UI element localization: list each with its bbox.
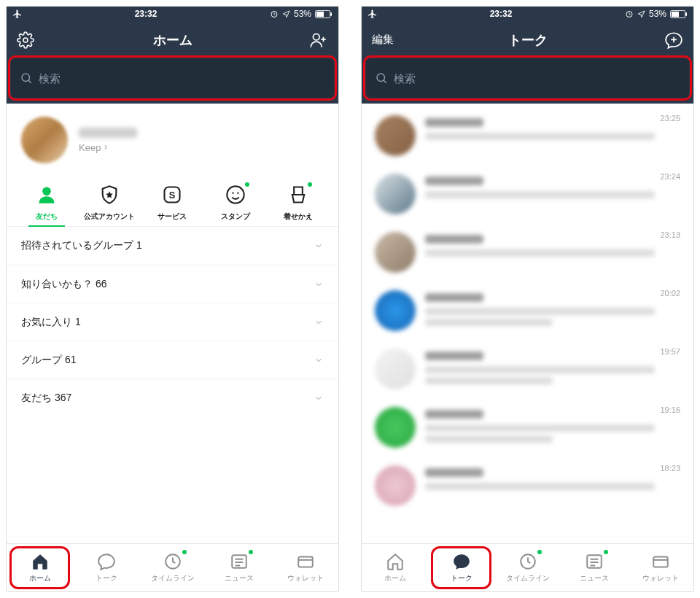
avatar <box>375 465 416 506</box>
talk-row[interactable]: 23:25 <box>362 106 693 165</box>
talk-row[interactable]: 23:13 <box>362 223 693 281</box>
status-bar: 23:32 53% <box>7 7 338 21</box>
profile-row[interactable]: Keep <box>7 104 338 176</box>
status-bar: 23:32 53% <box>362 7 693 21</box>
search-icon <box>375 71 388 85</box>
talk-title: トーク <box>508 31 548 49</box>
tab-home[interactable]: ホーム <box>7 544 73 591</box>
talk-body: 23:25 23:24 23:13 20:02 19:57 19:16 18:2… <box>362 104 693 543</box>
notification-dot <box>308 182 312 187</box>
tab-label: タイムライン <box>151 573 195 583</box>
talk-search-box[interactable] <box>366 58 689 98</box>
status-time: 23:32 <box>135 9 158 19</box>
home-icon <box>386 552 405 571</box>
talk-msg-blur <box>425 249 655 257</box>
tab-news[interactable]: ニュース <box>206 544 272 591</box>
tab-label: トーク <box>451 573 472 583</box>
tab-talk[interactable]: トーク <box>428 544 494 591</box>
talk-name-blur <box>425 352 483 360</box>
talk-row[interactable]: 20:02 <box>362 281 693 340</box>
tab-timeline[interactable]: タイムライン <box>139 544 206 591</box>
profile-name-blur <box>79 128 137 138</box>
avatar <box>375 232 416 273</box>
keep-link[interactable]: Keep <box>79 142 137 153</box>
home-search-box[interactable] <box>11 58 334 98</box>
cat-label: スタンプ <box>221 211 250 222</box>
add-friend-icon[interactable] <box>309 31 328 50</box>
talk-msg-blur <box>425 308 655 315</box>
avatar <box>375 174 416 214</box>
settings-icon[interactable] <box>17 31 34 49</box>
chat-icon <box>452 552 471 571</box>
home-search-input[interactable] <box>39 72 325 85</box>
tab-label: ホーム <box>29 573 51 583</box>
airplane-icon <box>12 9 22 19</box>
chevron-down-icon <box>314 393 324 403</box>
talk-msg-blur <box>425 319 553 326</box>
talk-row[interactable]: 19:16 <box>362 398 693 457</box>
talk-msg-blur <box>425 133 655 140</box>
location-icon <box>637 10 645 18</box>
cat-service[interactable]: S サービス <box>147 184 198 222</box>
talk-info <box>425 349 680 384</box>
talk-time: 20:02 <box>660 289 680 298</box>
notification-dot <box>537 550 542 554</box>
clock-icon <box>518 552 537 571</box>
status-time: 23:32 <box>490 9 513 19</box>
section-row[interactable]: 知り合いかも？ 66 <box>7 265 338 303</box>
talk-time: 23:25 <box>660 114 680 123</box>
cat-theme[interactable]: 着せかえ <box>273 184 324 222</box>
talk-info <box>425 465 680 490</box>
talk-name-blur <box>425 235 483 244</box>
section-row[interactable]: グループ 61 <box>7 341 338 378</box>
talk-name-blur <box>425 410 483 419</box>
home-title: ホーム <box>153 31 192 49</box>
notification-dot <box>604 550 608 554</box>
talk-msg-blur <box>425 435 553 443</box>
tab-label: タイムライン <box>506 573 550 583</box>
tab-label: ホーム <box>384 573 406 583</box>
edit-button[interactable]: 編集 <box>372 33 394 47</box>
talk-msg-blur <box>425 424 655 432</box>
section-row[interactable]: 招待されているグループ 1 <box>7 227 338 265</box>
svg-text:S: S <box>169 190 176 201</box>
cat-stamp[interactable]: スタンプ <box>210 184 261 222</box>
talk-search-input[interactable] <box>394 72 680 85</box>
new-chat-icon[interactable] <box>664 31 683 50</box>
talk-row[interactable]: 23:24 <box>362 165 693 223</box>
talk-row[interactable]: 19:57 <box>362 340 693 398</box>
section-row[interactable]: 友だち 367 <box>7 378 338 416</box>
wallet-icon <box>651 552 670 571</box>
cat-official[interactable]: 公式アカウント <box>84 184 135 222</box>
tab-home[interactable]: ホーム <box>362 544 428 591</box>
home-icon <box>31 552 50 571</box>
search-icon <box>20 71 33 85</box>
svg-point-20 <box>377 74 385 82</box>
cat-label: サービス <box>158 211 187 222</box>
tab-wallet[interactable]: ウォレット <box>272 544 338 591</box>
section-row[interactable]: お気に入り 1 <box>7 303 338 341</box>
cat-friends[interactable]: 友だち <box>21 184 72 222</box>
talk-search-wrap <box>362 58 693 104</box>
svg-point-6 <box>22 74 30 82</box>
tab-timeline[interactable]: タイムライン <box>494 544 561 591</box>
battery-icon <box>315 10 332 18</box>
wallet-icon <box>296 552 315 571</box>
tab-label: ニュース <box>580 573 609 583</box>
avatar <box>375 407 416 448</box>
svg-point-12 <box>237 193 238 194</box>
clock-icon <box>163 552 182 571</box>
talk-time: 23:13 <box>660 230 680 239</box>
airplane-icon <box>368 9 377 19</box>
location-icon <box>282 10 290 18</box>
battery-icon <box>670 10 688 18</box>
svg-rect-18 <box>672 11 679 16</box>
home-navbar: ホーム <box>7 21 338 58</box>
notification-dot <box>249 550 253 554</box>
tab-news[interactable]: ニュース <box>561 544 627 591</box>
talk-row[interactable]: 18:23 <box>362 457 693 515</box>
tab-wallet[interactable]: ウォレット <box>627 544 693 591</box>
tab-talk[interactable]: トーク <box>73 544 139 591</box>
category-tabs: 友だち 公式アカウント S サービス スタンプ 着せかえ <box>7 176 338 227</box>
chat-icon <box>97 552 116 571</box>
